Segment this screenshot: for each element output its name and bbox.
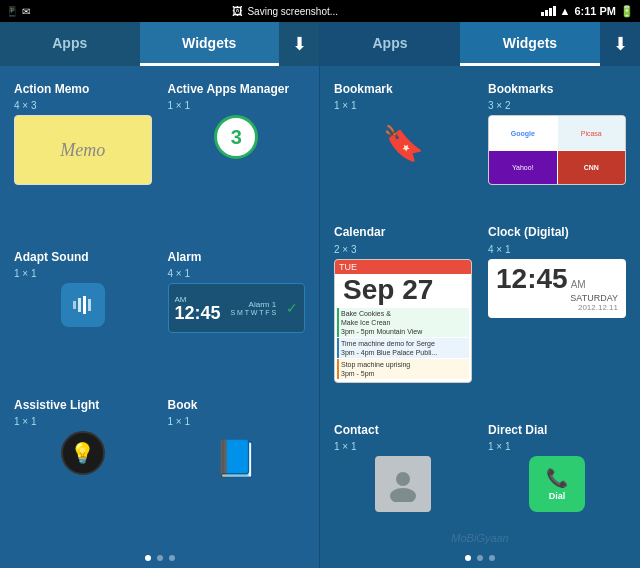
cal-event-3: Stop machine uprising3pm - 5pm [337,359,469,379]
widget-adapt-sound[interactable]: Adapt Sound 1 × 1 [8,242,158,386]
svg-rect-3 [88,299,91,311]
widget-active-apps[interactable]: Active Apps Manager 1 × 1 3 [162,74,312,238]
alarm-check-icon: ✓ [286,300,298,316]
widget-clock-digital[interactable]: Clock (Digital) 4 × 1 12:45 AM SATURDAY … [482,217,632,411]
left-panel: Apps Widgets ⬇ Action Memo 4 × 3 Memo Ac… [0,22,320,568]
left-download-button[interactable]: ⬇ [279,22,319,66]
time-display: 6:11 PM [574,5,616,17]
battery-icon: 🔋 [620,5,634,18]
active-apps-badge: 3 [214,115,258,159]
dial-preview: 📞 Dial [529,456,585,512]
right-tab-apps[interactable]: Apps [320,22,460,66]
saving-banner: 🖼 Saving screenshot... [232,5,338,17]
saving-text: Saving screenshot... [247,6,338,17]
adapt-sound-icon [61,283,105,327]
clock-preview: 12:45 AM SATURDAY 2012.12.11 [488,259,626,318]
bookmarks-preview: Google Picasa Yahoo! CNN [488,115,626,185]
svg-rect-1 [78,298,81,312]
bar2 [545,10,548,16]
book-icon: 📘 [214,431,258,487]
screenshot-icon: 🖼 [232,5,243,17]
bar3 [549,8,552,16]
left-tab-bar: Apps Widgets ⬇ [0,22,319,66]
wifi-icon: ▲ [560,5,571,17]
widget-bookmark[interactable]: Bookmark 1 × 1 🔖 [328,74,478,213]
left-pagination-dots [0,548,319,568]
widget-book[interactable]: Book 1 × 1 📘 [162,390,312,540]
memo-preview: Memo [14,115,152,185]
bar1 [541,12,544,16]
watermark: MoBiGyaan [451,532,508,544]
left-tab-apps[interactable]: Apps [0,22,140,66]
widget-direct-dial[interactable]: Direct Dial 1 × 1 📞 Dial [482,415,632,540]
status-bar: 📱 ✉ 🖼 Saving screenshot... ▲ 6:11 PM 🔋 [0,0,640,22]
widget-calendar[interactable]: Calendar 2 × 3 TUE Sep 27 Bake Cookies &… [328,217,478,411]
widget-contact[interactable]: Contact 1 × 1 [328,415,478,540]
right-panel: Apps Widgets ⬇ Bookmark 1 × 1 🔖 Bookmark… [320,22,640,568]
contact-icon [375,456,431,512]
svg-rect-2 [83,296,86,314]
right-dot-3 [489,555,495,561]
status-left: 📱 ✉ [6,6,30,17]
alarm-preview: AM 12:45 Alarm 1 S M T W T F S ✓ [168,283,306,333]
widget-alarm[interactable]: Alarm 4 × 1 AM 12:45 Alarm 1 S M T W T F… [162,242,312,386]
signal-bars [541,6,556,16]
cal-event-2: Time machine demo for Serge3pm - 4pm Blu… [337,338,469,358]
bookmark-icon: 🔖 [381,115,425,171]
right-pagination-dots [320,548,640,568]
left-widget-grid: Action Memo 4 × 3 Memo Active Apps Manag… [0,66,319,548]
svg-rect-0 [73,301,76,309]
widget-assistive-light[interactable]: Assistive Light 1 × 1 💡 [8,390,158,540]
right-tab-widgets[interactable]: Widgets [460,22,600,66]
bar4 [553,6,556,16]
widget-action-memo[interactable]: Action Memo 4 × 3 Memo [8,74,158,238]
status-right: ▲ 6:11 PM 🔋 [541,5,634,18]
right-dot-1 [465,555,471,561]
dot-3 [169,555,175,561]
dot-2 [157,555,163,561]
svg-point-4 [396,472,410,486]
right-download-button[interactable]: ⬇ [600,22,640,66]
assistive-light-icon: 💡 [61,431,105,475]
panels: Apps Widgets ⬇ Action Memo 4 × 3 Memo Ac… [0,22,640,568]
right-dot-2 [477,555,483,561]
cal-event-1: Bake Cookies &Make Ice Crean3pm - 5pm Mo… [337,308,469,337]
calendar-preview: TUE Sep 27 Bake Cookies &Make Ice Crean3… [334,259,472,384]
svg-point-5 [390,488,416,502]
widget-bookmarks[interactable]: Bookmarks 3 × 2 Google Picasa Yahoo! CNN [482,74,632,213]
right-tab-bar: Apps Widgets ⬇ [320,22,640,66]
dot-1 [145,555,151,561]
right-widget-grid: Bookmark 1 × 1 🔖 Bookmarks 3 × 2 Google … [320,66,640,548]
message-icon: ✉ [22,6,30,17]
left-tab-widgets[interactable]: Widgets [140,22,280,66]
phone-icon: 📱 [6,6,18,17]
